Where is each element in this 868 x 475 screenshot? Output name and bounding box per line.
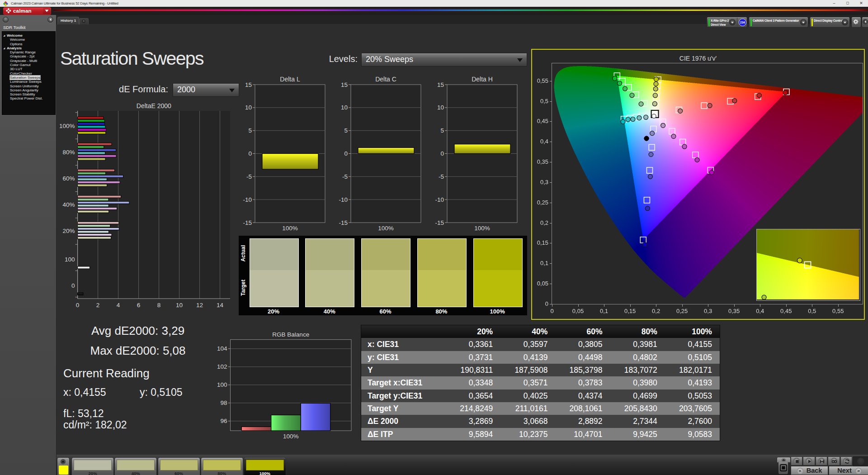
tree-expander-icon[interactable]: ◢ [3,47,5,50]
patch-button-80%[interactable]: 80% [201,457,243,475]
meter-button[interactable]: X-Rite i1Pro 2 Direct View 234 [707,17,747,28]
next-button[interactable]: Next » [829,466,868,475]
meter-badge[interactable]: 234 [739,19,746,26]
tree-item-color-gamut[interactable]: Color Gamut [2,63,55,67]
tree-item-welcome[interactable]: Welcome [2,38,55,42]
settings-button[interactable] [851,17,861,28]
tree-item-welcome[interactable]: ◢Welcome [2,33,55,38]
svg-text:8: 8 [157,302,161,309]
cie-diagram-panel: CIE 1976 u'v' 00,050,10,150,20,250,30,35… [531,49,865,320]
patch-button-100%[interactable]: 100% [244,457,286,475]
swatch-level-label: 20% [250,308,298,315]
refresh-button[interactable] [840,456,853,466]
calman-menu-button[interactable]: calman [3,7,51,15]
svg-text:DeltaE 2000: DeltaE 2000 [137,102,171,109]
reading-fl: fL: 53,12 [63,408,104,420]
meter-dropdown-arrow[interactable] [729,19,736,25]
generator-dropdown-arrow[interactable] [800,19,807,25]
tree-item-label: ColorChecker [10,71,32,76]
cie-x-tick-label: 0,05 [567,308,590,314]
disabled-button-circle [857,458,864,465]
meter-status-stripe [708,19,710,26]
tree-item-label: Color Gamut [10,63,30,67]
table-cell: 182,0171 [665,364,720,376]
svg-text:10: 10 [437,104,444,111]
tree-item-3d-lut[interactable]: 3D LUT [2,67,55,71]
table-cell: 0,3731 [446,351,500,364]
svg-text:10: 10 [245,104,252,111]
plus-icon: + [82,19,85,23]
patch-swatch [160,460,198,470]
patch-swatch [203,460,241,470]
window-title: Calman 2023 Calman Ultimate for Business… [11,1,118,6]
levels-select[interactable]: 20% Sweeps [361,53,527,66]
patch-button-60%[interactable]: 60% [158,457,200,475]
bottom-bar: 20%40%60%80%100% « Back Next » [57,455,868,475]
patch-color-button[interactable] [57,457,70,475]
infinity-button[interactable] [828,456,840,466]
stop-button[interactable] [791,456,803,466]
svg-text:-10: -10 [339,196,348,203]
cie-y-tick-label: 0,3 [532,179,548,185]
patch-swatch [74,460,112,470]
table-cell: 0,5105 [665,351,720,364]
svg-text:10: 10 [176,302,183,309]
current-patch-swatch [59,466,68,475]
tree-item-grayscale-multi[interactable]: Grayscale - Multi [2,59,55,63]
pattern-window-icon [779,464,788,472]
chevron-left-icon [862,17,868,26]
tree-item-label: Luminance Sweeps [10,80,42,84]
sidebar-menu-icon[interactable] [3,17,9,23]
close-button[interactable]: ✕ [855,0,867,6]
cie-y-tick-label: 0,15 [532,239,548,246]
swatch-80% [417,238,467,307]
patch-button-20%[interactable]: 20% [71,457,114,475]
tree-item-luminance-sweeps[interactable]: Luminance Sweeps [2,80,55,84]
de-formula-select[interactable]: 2000 [173,83,239,97]
table-col-header: 40% [500,325,555,338]
patch-button-40%[interactable]: 40% [114,457,157,475]
table-row-7: ΔE 20003,28693,06682,88922,73442,7600 [361,415,720,428]
table-row-3: Y190,8311187,5908185,3798183,7072182,017… [361,364,720,376]
play-button[interactable] [803,456,815,466]
display-dropdown-arrow[interactable] [842,19,848,25]
next-label: Next [837,467,851,474]
svg-text:80%: 80% [63,149,75,156]
maximize-button[interactable]: ◻ [842,0,854,6]
tree-item-colorchecker[interactable]: ColorChecker [2,71,55,76]
svg-text:-15: -15 [435,219,444,226]
tab-history-1[interactable]: History 1 [57,17,79,24]
minimize-button[interactable]: – [828,0,840,6]
table-cell: 3,2869 [446,415,500,428]
table-cell: 9,0583 [665,428,720,441]
table-row-label: Target y:CIE31 [361,390,446,402]
back-button[interactable]: « Back [791,466,828,475]
table-header-row: 20%40%60%80%100% [361,325,720,338]
tree-item-screen-stability[interactable]: Screen Stability [2,92,55,96]
tree-item-dynamic-range[interactable]: Dynamic Range [2,50,55,54]
sidebar-collapse-button[interactable] [47,17,53,23]
tree-item-spectral-power-dist-[interactable]: Spectral Power Dist. [2,96,55,100]
cie-title: CIE 1976 u'v' [532,55,864,62]
collapse-toolbar-button[interactable] [862,17,868,28]
pattern-generator-button[interactable]: CalMAN Client 3 Pattern Generator [749,17,808,28]
pattern-button[interactable] [816,456,828,466]
tree-item-screen-uniformity[interactable]: Screen Uniformity [2,84,55,88]
tree-item-analysis[interactable]: ◢Analysis [2,46,55,50]
logo-dropdown-arrow[interactable] [43,8,51,14]
tree-item-grayscale-2pt[interactable]: Grayscale - 2pt [2,54,55,58]
tree-item-saturation-sweeps[interactable]: Saturation Sweeps [2,76,55,80]
display-control-button[interactable]: Direct Display Control [810,17,850,28]
tree-item-screen-angularity[interactable]: Screen Angularity [2,88,55,92]
table-row-label: Target x:CIE31 [361,376,446,389]
svg-text:5: 5 [248,127,252,134]
table-cell: 0,4139 [500,351,555,364]
tree-item-options[interactable]: Options [2,42,55,46]
add-tab-button[interactable]: + [79,18,89,24]
levels-arrow-icon [517,58,523,62]
pattern-window-button[interactable] [778,462,788,474]
table-cell: 10,4701 [555,428,610,441]
tree-expander-icon[interactable]: ◢ [3,34,5,37]
table-cell: 183,7072 [610,364,665,376]
levels-value: 20% Sweeps [366,55,413,64]
